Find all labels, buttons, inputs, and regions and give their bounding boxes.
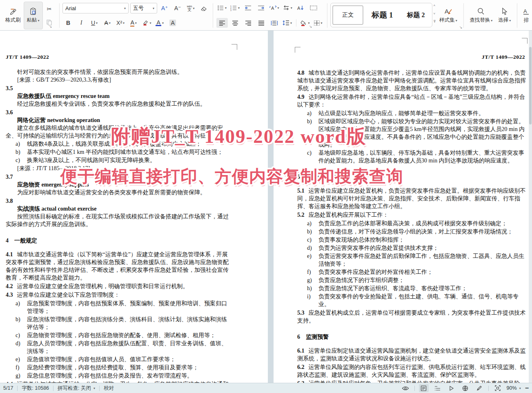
style-set-button[interactable]: A 样式集▾ xyxy=(436,2,460,29)
svg-text:A: A xyxy=(523,8,527,14)
select-label: 选择▾ xyxy=(498,17,511,24)
read-mode-button[interactable] xyxy=(447,384,456,392)
ribbon-toolbar: 格式刷 粘贴▾ ✂ Arial ▾ 五 xyxy=(0,0,532,31)
expand-paragraph-icon[interactable]: ↘ xyxy=(309,24,312,29)
text-effects-button[interactable]: A▾ xyxy=(128,18,139,28)
format-painter-button[interactable]: 格式刷 xyxy=(2,2,24,29)
strikethrough-button[interactable]: A▾ xyxy=(102,18,113,28)
page-indicator[interactable]: 5/17 xyxy=(3,385,13,391)
status-bar: 5/17 字数: 10586 拼写检查: 关闭▾ 校对 xyxy=(0,383,532,393)
distribute-button[interactable]: <> xyxy=(269,18,280,28)
styles-more-icon[interactable]: ⊽ xyxy=(433,20,436,23)
style-heading2[interactable]: 标题 2 xyxy=(401,6,430,24)
arrange-button-cutoff[interactable]: A 排 xyxy=(521,2,532,29)
clause-number: c) xyxy=(16,331,27,339)
dropdown-caret-icon: ▾ xyxy=(38,19,40,22)
text-scale-button[interactable]: A ▾ xyxy=(269,3,280,13)
edit-mode-button[interactable] xyxy=(474,384,484,392)
dropdown-caret-icon: ▾ xyxy=(238,6,240,10)
expand-clipboard-icon[interactable]: ↘ xyxy=(49,24,52,29)
word-count[interactable]: 字数: 10586 xyxy=(22,385,49,392)
zoom-out-button[interactable]: − xyxy=(525,384,529,392)
dropdown-caret-icon: ▾ xyxy=(150,21,151,25)
paste-button[interactable]: 粘贴▾ xyxy=(24,2,43,29)
dropdown-caret-icon: ▾ xyxy=(519,386,521,390)
style-heading1[interactable]: 标题 1 xyxy=(366,6,398,24)
document-area[interactable]: JT/T 1409—2022 针对可能发生的突发事件情景，依据应急预案而开展的应… xyxy=(0,31,532,383)
doc-block: 3.6 xyxy=(6,109,229,116)
doc-block: [来源：GB/T 29639—2020,3.3,有修改] xyxy=(6,76,229,84)
underline-button[interactable]: U▾ xyxy=(89,18,100,28)
vertical-scrollbar[interactable] xyxy=(529,31,532,383)
find-replace-button[interactable]: 查找替换▾ xyxy=(467,2,495,29)
styles-scroll-down-icon[interactable]: ˅ xyxy=(433,12,436,16)
doc-block: 4.8城市轨道交通达到网络化运营条件时，运营单位应设置具备线网协调能力的机构，负… xyxy=(297,69,527,92)
decrease-indent-button[interactable] xyxy=(243,3,254,13)
swap-arrows-button[interactable]: ▾ xyxy=(282,3,293,13)
bold-button[interactable]: B xyxy=(62,18,74,28)
bullet-list-icon xyxy=(217,5,224,11)
spell-check-toggle[interactable]: 拼写检查: 关闭▾ xyxy=(58,385,95,392)
scrollbar-thumb[interactable] xyxy=(529,47,532,124)
zoom-level[interactable]: 90%▾ xyxy=(507,385,521,391)
doc-block: f)负责突发事件应急处置的对外宣传相关工作； xyxy=(297,268,527,276)
line-spacing-button[interactable]: ▾ xyxy=(282,18,293,28)
expand-styles-icon[interactable]: ↘ xyxy=(459,25,463,29)
doc-block: 3.5 xyxy=(6,84,229,92)
proofing-button[interactable]: 校对 xyxy=(104,385,114,392)
paragraph-marks-button[interactable] xyxy=(308,3,319,13)
clause-number: c) xyxy=(307,236,318,244)
borders-icon xyxy=(314,20,320,26)
doc-block: e)负责运营突发事件应急处置的后勤保障工作，包括应急物资、工器具、应急人员生活物… xyxy=(297,252,527,268)
clear-format-button[interactable] xyxy=(198,3,209,13)
clause-number: d) xyxy=(307,244,318,252)
doc-block: 应急物资 emergency supplies xyxy=(6,181,229,189)
format-painter-label: 格式刷 xyxy=(5,17,21,24)
page-right: JT/T 1409—2022 4.8城市轨道交通达到网络化运营条件时，运营单位应… xyxy=(274,31,529,383)
doc-block: c)应急物资管理制度，内容包括应急物资的配备、使用、测试检修、租用等； xyxy=(6,331,229,339)
align-right-button[interactable] xyxy=(243,18,254,28)
phonetic-guide-button[interactable]: wén 文 ▾ xyxy=(185,3,196,13)
clause-number: e) xyxy=(307,252,318,260)
italic-button[interactable]: I xyxy=(76,18,87,28)
cut-button[interactable]: ✂ xyxy=(44,4,55,14)
superscript-button[interactable]: X²▾ xyxy=(115,18,126,28)
sort-button[interactable]: A xyxy=(295,3,306,13)
justify-button[interactable] xyxy=(256,18,267,28)
text-boundary-mark xyxy=(522,38,528,44)
cursor-arrow-icon xyxy=(501,7,509,16)
doc-block: b)应急演练管理制度，内容包括演练分类、演练科目、演练计划、演练实施和演练评估等… xyxy=(6,315,229,331)
dropdown-caret-icon: ▾ xyxy=(225,6,227,10)
dropdown-caret-icon: ▾ xyxy=(456,19,457,22)
font-name-select[interactable]: Arial ▾ xyxy=(62,3,129,13)
style-normal[interactable]: 正文 xyxy=(332,5,363,25)
styles-scroll-up-icon[interactable]: ˄ xyxy=(433,4,436,7)
borders-button[interactable]: ▾ xyxy=(312,18,324,28)
doc-block: a)线路数4条及以上，线路关联形成网格状，高密度覆盖布局中心城区； xyxy=(6,140,229,148)
doc-block: 5 应急处置机构 xyxy=(297,173,527,181)
doc-block: a)应急预案管理制度，内容包括预案体系、预案编制、预案使用和培训、预案归口管理等… xyxy=(6,300,229,315)
web-layout-button[interactable] xyxy=(461,384,470,392)
fullscreen-button[interactable] xyxy=(493,384,503,392)
char-shading-button[interactable]: A xyxy=(167,18,178,28)
font-color-button[interactable]: A ▾ xyxy=(154,18,165,28)
print-layout-view-button[interactable] xyxy=(419,384,429,392)
font-size-select[interactable]: 五号 ▾ xyxy=(130,3,157,13)
clause-number: e) xyxy=(16,355,27,363)
align-center-button[interactable] xyxy=(229,18,241,28)
select-button[interactable]: 选择▾ xyxy=(495,2,514,29)
align-left-button[interactable] xyxy=(216,18,228,28)
doc-block: b)区域级即区域应急中心，能够以较为专业的能力实现对较大运营突发事件的处置。区域… xyxy=(297,118,527,149)
increase-font-button[interactable]: A⁺ xyxy=(159,3,170,13)
highlight-color-button[interactable]: ▾ xyxy=(141,18,152,28)
reading-protect-button[interactable] xyxy=(401,384,410,392)
doc-block: 6.3运营单位应及时应对气象、卫生等部门和单位发布的自然灾害、公共卫生事件等风险… xyxy=(297,380,527,383)
outline-view-button[interactable] xyxy=(433,384,443,392)
paragraph-marks-icon xyxy=(310,5,317,11)
clause-number: 5.3 xyxy=(297,310,305,316)
numbered-list-button[interactable]: 123 ▾ xyxy=(229,3,241,13)
bullet-list-button[interactable]: ▾ xyxy=(216,3,228,13)
increase-indent-button[interactable] xyxy=(256,3,267,13)
doc-block: b)负责传递信息，对下传达应急领导小组的决策，对上汇报突发事件现场情况； xyxy=(297,228,527,235)
decrease-font-button[interactable]: A⁻ xyxy=(172,3,183,13)
